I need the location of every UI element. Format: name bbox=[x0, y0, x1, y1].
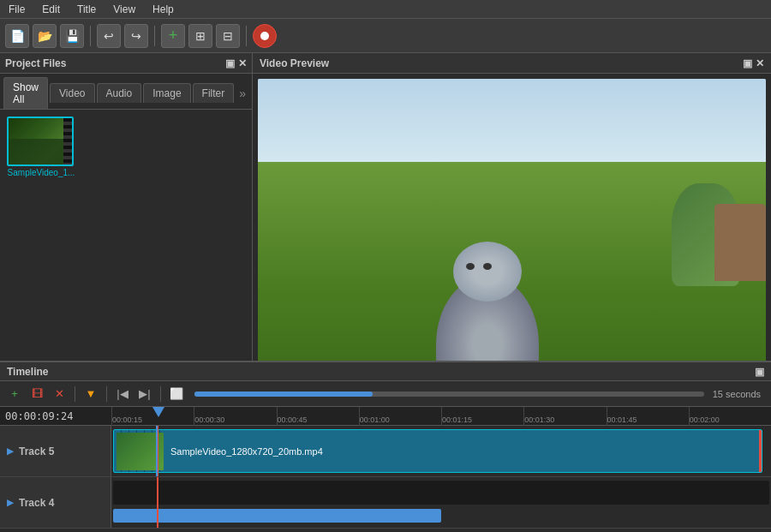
media-tabs: Show All Video Audio Image Filter » bbox=[0, 74, 252, 110]
timeline-toolbar-sep-1 bbox=[75, 386, 75, 402]
track-5-name: Track 5 bbox=[19, 445, 54, 457]
tab-filter[interactable]: Filter bbox=[193, 83, 235, 103]
export-button[interactable]: ⊟ bbox=[216, 24, 240, 48]
open-button[interactable]: 📂 bbox=[33, 24, 57, 48]
clip-end-marker bbox=[759, 430, 762, 472]
timeline-title: Timeline bbox=[7, 366, 48, 378]
timeline-minimize[interactable]: ▣ bbox=[755, 366, 764, 378]
timeline-controls: ▣ bbox=[755, 366, 764, 378]
media-label: SampleVideo_1... bbox=[7, 168, 75, 177]
time-mark-7: 00:02:00 bbox=[689, 407, 771, 426]
timeline-snap-button[interactable]: ▼ bbox=[81, 385, 100, 403]
menubar: File Edit Title View Help bbox=[0, 0, 771, 19]
time-mark-1: 00:00:30 bbox=[194, 407, 276, 426]
project-files-controls: ▣ ✕ bbox=[225, 57, 247, 69]
project-files-title: Project Files bbox=[5, 57, 66, 69]
video-preview-minimize[interactable]: ▣ bbox=[743, 57, 752, 69]
timeline-jump-start-button[interactable]: |◀ bbox=[113, 385, 132, 403]
time-mark-6: 00:01:45 bbox=[607, 407, 689, 426]
project-files-header: Project Files ▣ ✕ bbox=[0, 53, 252, 74]
list-item[interactable]: SampleVideo_1... bbox=[7, 117, 75, 177]
menu-edit[interactable]: Edit bbox=[33, 2, 69, 17]
track-4: ▶ Track 4 bbox=[0, 477, 771, 529]
toolbar: 📄 📂 💾 ↩ ↪ + ⊞ ⊟ bbox=[0, 19, 771, 53]
timeline-header: Timeline ▣ bbox=[0, 362, 771, 381]
tab-image[interactable]: Image bbox=[143, 83, 190, 103]
project-files-minimize[interactable]: ▣ bbox=[225, 57, 235, 69]
video-clip[interactable]: SampleVideo_1280x720_20mb.mp4 bbox=[113, 429, 762, 473]
clip-label: SampleVideo_1280x720_20mb.mp4 bbox=[165, 446, 323, 457]
timeline-fullscreen-button[interactable]: ⬜ bbox=[167, 385, 186, 403]
tab-video[interactable]: Video bbox=[50, 83, 94, 103]
track-4-dark-area bbox=[113, 481, 769, 505]
time-marks: 00:00:15 00:00:30 00:00:45 00:01:00 00:0… bbox=[111, 407, 771, 426]
timeline-delete-button[interactable]: ✕ bbox=[50, 385, 69, 403]
track-4-content[interactable] bbox=[111, 477, 771, 528]
time-mark-2: 00:00:45 bbox=[277, 407, 359, 426]
track-4-clip[interactable] bbox=[113, 509, 441, 523]
video-preview-title: Video Preview bbox=[260, 57, 329, 69]
media-thumbnail bbox=[7, 117, 74, 166]
track-5-label: ▶ Track 5 bbox=[0, 426, 111, 476]
current-time: 00:00:09:24 bbox=[5, 410, 73, 422]
timeline-toolbar-sep-2 bbox=[106, 386, 107, 402]
timeline-toolbar-sep-3 bbox=[160, 386, 161, 402]
track-4-arrow-icon[interactable]: ▶ bbox=[7, 498, 14, 507]
track-4-playhead bbox=[157, 477, 158, 528]
undo-button[interactable]: ↩ bbox=[97, 24, 121, 48]
timeline-jump-end-button[interactable]: ▶| bbox=[135, 385, 154, 403]
menu-help[interactable]: Help bbox=[144, 2, 182, 17]
timeline-section: Timeline ▣ + 🎞 ✕ ▼ |◀ ▶| ⬜ 15 seconds 00… bbox=[0, 361, 771, 532]
timeline-add-button[interactable]: + bbox=[5, 385, 24, 403]
project-files-close[interactable]: ✕ bbox=[238, 57, 247, 69]
time-mark-4: 00:01:15 bbox=[441, 407, 523, 426]
character-head bbox=[453, 242, 522, 302]
track-4-label: ▶ Track 4 bbox=[0, 477, 111, 528]
playhead-line bbox=[156, 426, 158, 476]
filmstrip-icon bbox=[63, 118, 72, 164]
track-5: ▶ Track 5 SampleVideo_1280x720_20mb.mp4 bbox=[0, 426, 771, 477]
menu-title[interactable]: Title bbox=[69, 2, 105, 17]
toolbar-separator-2 bbox=[154, 26, 155, 46]
new-button[interactable]: 📄 bbox=[5, 24, 29, 48]
time-mark-3: 00:01:00 bbox=[359, 407, 441, 426]
menu-file[interactable]: File bbox=[0, 2, 33, 17]
redo-button[interactable]: ↪ bbox=[124, 24, 148, 48]
track-5-content[interactable]: SampleVideo_1280x720_20mb.mp4 bbox=[111, 426, 771, 476]
toolbar-separator-3 bbox=[246, 26, 247, 46]
save-button[interactable]: 💾 bbox=[60, 24, 84, 48]
timeline-razor-button[interactable]: 🎞 bbox=[27, 385, 46, 403]
timeline-duration: 15 seconds bbox=[713, 389, 761, 399]
timeline-time-bar: 00:00:09:24 00:00:15 00:00:30 00:00:45 0… bbox=[0, 407, 771, 426]
add-button[interactable]: + bbox=[161, 24, 185, 48]
video-preview-close[interactable]: ✕ bbox=[756, 57, 764, 69]
video-preview-controls: ▣ ✕ bbox=[743, 57, 764, 69]
track-5-arrow-icon[interactable]: ▶ bbox=[7, 446, 14, 456]
tab-audio[interactable]: Audio bbox=[97, 83, 142, 103]
menu-view[interactable]: View bbox=[105, 2, 144, 17]
timeline-toolbar: + 🎞 ✕ ▼ |◀ ▶| ⬜ 15 seconds bbox=[0, 381, 771, 407]
toolbar-separator-1 bbox=[90, 26, 91, 46]
tabs-more-button[interactable]: » bbox=[236, 85, 249, 102]
timeline-scrubber-fill bbox=[194, 392, 373, 397]
tab-show-all[interactable]: Show All bbox=[3, 77, 48, 109]
tracks-container: ▶ Track 5 SampleVideo_1280x720_20mb.mp4 bbox=[0, 426, 771, 529]
track-4-name: Track 4 bbox=[19, 497, 54, 509]
timeline-scrubber[interactable] bbox=[194, 392, 704, 397]
playhead-top bbox=[152, 407, 164, 417]
video-preview-header: Video Preview ▣ ✕ bbox=[253, 53, 771, 74]
project-button[interactable]: ⊞ bbox=[188, 24, 212, 48]
record-button[interactable] bbox=[253, 24, 277, 48]
time-mark-5: 00:01:30 bbox=[523, 407, 606, 426]
